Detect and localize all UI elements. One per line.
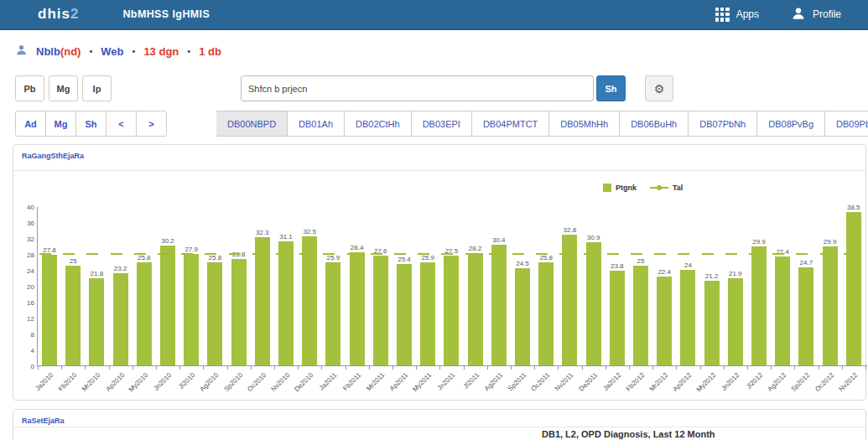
separator-bullet: •: [187, 46, 190, 56]
settings-gear-button[interactable]: ⚙: [645, 75, 673, 101]
instance-title: NbMHSS IgHMIS: [122, 8, 210, 20]
bar-value-label: 30.4: [486, 236, 512, 244]
tab-db03epi[interactable]: DB03EPI: [411, 111, 472, 137]
apps-grid-icon: [715, 8, 730, 22]
panel1-action-links[interactable]: RaGangSthEjaRa: [22, 152, 84, 160]
bar-Ap2010[interactable]: [113, 273, 128, 365]
x-axis-tick: [321, 366, 322, 370]
bar-value-label: 32.8: [557, 226, 582, 234]
pager-button->[interactable]: >: [136, 111, 167, 137]
bar-Ap2012[interactable]: [680, 270, 695, 365]
user-context-bar: Nblb(nd) • Web • 13 dgn • 1 db: [15, 44, 221, 59]
bar-My2010[interactable]: [137, 262, 152, 365]
legend-bar-swatch-icon: [603, 184, 611, 192]
legend-item-target[interactable]: Tal: [650, 184, 683, 192]
bar-value-label: 23.8: [605, 262, 630, 270]
bar-value-label: 25.9: [320, 254, 346, 261]
legend-target-label: Tal: [673, 184, 683, 192]
bar-Jl2011[interactable]: [468, 253, 483, 365]
tab-db05mhhh[interactable]: DB05MhHh: [548, 111, 620, 137]
bar-De2011[interactable]: [586, 242, 601, 365]
toolbar-button-ip[interactable]: Ip: [82, 75, 112, 101]
bar-Ja2011[interactable]: [325, 262, 340, 365]
bar-Sp2011[interactable]: [515, 268, 530, 365]
bar-Ja2012[interactable]: [610, 271, 625, 365]
bar-Oc2010[interactable]: [255, 237, 270, 365]
apps-menu[interactable]: Apps: [715, 8, 759, 22]
bar-Oc2012[interactable]: [823, 246, 838, 365]
tab-db00nbpd[interactable]: DB00NBPD: [216, 111, 288, 137]
bar-value-label: 30.2: [155, 237, 180, 245]
user-name-suffix: (nd): [60, 45, 81, 58]
x-axis-tick: [416, 366, 417, 370]
pager-button-<[interactable]: <: [106, 111, 137, 137]
panel2-action-links[interactable]: RaSetEjaRa: [22, 417, 65, 425]
tab-db07pbnh[interactable]: DB07PbNh: [688, 111, 757, 137]
bar-Mr2011[interactable]: [373, 256, 388, 365]
x-axis-tick: [606, 366, 606, 370]
x-axis-tick: [511, 366, 512, 370]
bar-Jl2010[interactable]: [184, 254, 199, 365]
x-axis-tick: [227, 366, 228, 370]
tab-db02cthh[interactable]: DB02CtHh: [344, 111, 412, 137]
bar-My2012[interactable]: [704, 281, 720, 365]
x-axis-tick: [629, 366, 630, 370]
y-axis-label: 36: [15, 220, 34, 227]
bar-Sp2010[interactable]: [231, 259, 247, 365]
tab-db01ah[interactable]: DB01Ah: [287, 111, 345, 137]
bar-Mr2010[interactable]: [89, 278, 104, 365]
bar-Fb2011[interactable]: [350, 252, 365, 365]
toolbar-button-mg[interactable]: Mg: [49, 75, 78, 101]
bar-Nv2012[interactable]: [846, 212, 861, 365]
bar-Ja2010[interactable]: [42, 255, 57, 365]
tab-db08pvbg[interactable]: DB08PvBg: [756, 111, 825, 137]
profile-menu[interactable]: Profile: [791, 6, 841, 23]
bar-value-label: 25.9: [415, 254, 440, 261]
bar-Ag2010[interactable]: [207, 262, 222, 365]
user-name-link[interactable]: Nblb(nd): [36, 45, 81, 58]
tab-db06buhh[interactable]: DB06BuHh: [619, 111, 689, 137]
dhis2-logo[interactable]: dhis2: [38, 6, 79, 23]
bar-My2011[interactable]: [420, 262, 435, 365]
panel1-divider: [13, 170, 865, 171]
x-axis-tick: [274, 366, 275, 370]
separator-bullet: •: [89, 46, 92, 56]
bar-Nv2010[interactable]: [278, 241, 294, 365]
toolbar-button-pb[interactable]: Pb: [15, 75, 44, 101]
bar-Ap2011[interactable]: [397, 264, 412, 365]
bar-Sp2012[interactable]: [798, 267, 813, 365]
y-axis-label: 24: [15, 267, 34, 275]
x-axis-tick: [109, 366, 110, 370]
search-button[interactable]: Sh: [596, 75, 626, 101]
bar-value-label: 25.8: [202, 254, 227, 261]
bar-Jn2012[interactable]: [728, 278, 743, 365]
bar-Jn2010[interactable]: [160, 246, 175, 365]
bar-Fb2012[interactable]: [633, 266, 648, 365]
bar-Fb2010[interactable]: [65, 266, 81, 365]
top-navbar: dhis2 NbMHSS IgHMIS Apps Profile: [0, 0, 868, 30]
x-axis-tick: [794, 366, 795, 370]
bar-value-label: 23.2: [108, 265, 133, 272]
search-input[interactable]: [241, 75, 594, 101]
pager-button-ad[interactable]: Ad: [15, 111, 46, 137]
y-axis-label: 40: [15, 204, 34, 211]
x-axis-tick: [487, 366, 488, 370]
bar-De2010[interactable]: [302, 236, 317, 365]
pager-button-sh[interactable]: Sh: [75, 111, 107, 137]
pager-button-mg[interactable]: Mg: [45, 111, 76, 137]
bar-Ag2011[interactable]: [491, 245, 507, 365]
x-axis-tick: [747, 366, 748, 370]
tab-db09pbbs[interactable]: DB09PbBs: [824, 111, 868, 137]
bar-value-label: 25: [60, 257, 86, 265]
bar-value-label: 31.1: [273, 233, 299, 241]
tab-db04pmtct[interactable]: DB04PMTCT: [471, 111, 549, 137]
bar-Jn2011[interactable]: [444, 256, 459, 365]
legend-item-series[interactable]: Ptgnk: [603, 184, 637, 192]
apps-label: Apps: [736, 8, 759, 20]
bar-Oc2011[interactable]: [538, 262, 554, 365]
bar-Mr2012[interactable]: [657, 277, 672, 365]
context-item-2[interactable]: Web: [101, 45, 123, 58]
bar-Ag2012[interactable]: [775, 256, 790, 365]
y-axis-label: 16: [15, 299, 34, 307]
bar-Jl2012[interactable]: [751, 246, 767, 365]
